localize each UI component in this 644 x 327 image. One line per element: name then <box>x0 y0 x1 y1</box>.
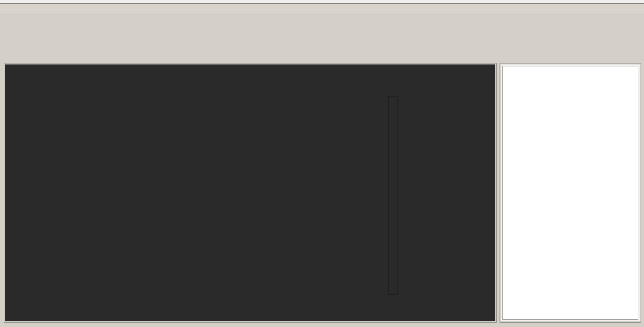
colorbar-canvas <box>388 96 398 295</box>
range-doppler-plot <box>5 64 495 321</box>
system-control-strip <box>0 4 644 14</box>
toolbar <box>0 14 644 39</box>
targets-table-header <box>503 66 638 77</box>
range-doppler-heatmap-canvas <box>68 96 369 293</box>
detected-targets-groupbox <box>500 63 641 323</box>
detected-targets-panel <box>501 64 640 321</box>
radar-app-window <box>0 0 644 327</box>
menu-bar <box>0 0 644 4</box>
targets-table <box>502 66 638 320</box>
range-doppler-groupbox <box>4 63 497 323</box>
